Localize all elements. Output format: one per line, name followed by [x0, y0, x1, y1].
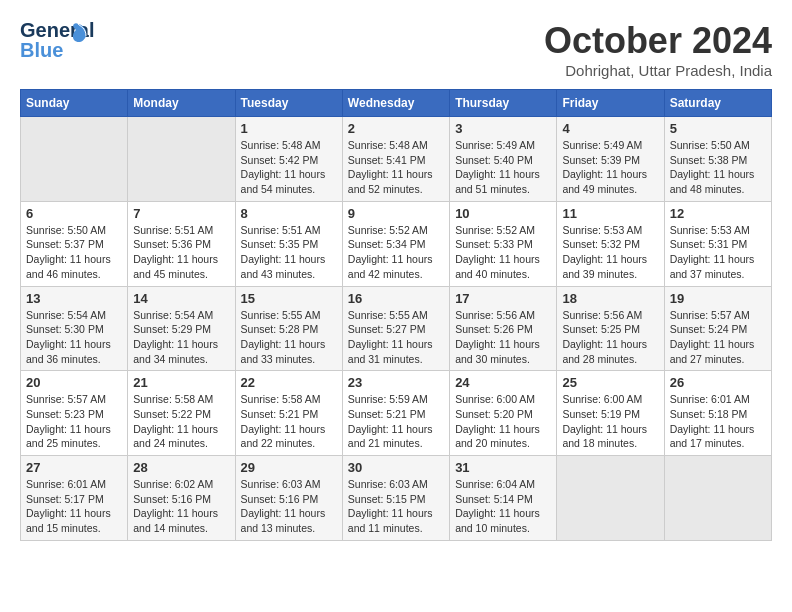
day-number: 10	[455, 206, 551, 221]
day-number: 8	[241, 206, 337, 221]
day-header-sunday: Sunday	[21, 90, 128, 117]
cell-info: Sunrise: 5:56 AM Sunset: 5:25 PM Dayligh…	[562, 308, 658, 367]
cell-info: Sunrise: 5:55 AM Sunset: 5:27 PM Dayligh…	[348, 308, 444, 367]
day-header-monday: Monday	[128, 90, 235, 117]
calendar-cell: 20Sunrise: 5:57 AM Sunset: 5:23 PM Dayli…	[21, 371, 128, 456]
calendar-cell: 11Sunrise: 5:53 AM Sunset: 5:32 PM Dayli…	[557, 201, 664, 286]
cell-info: Sunrise: 5:53 AM Sunset: 5:32 PM Dayligh…	[562, 223, 658, 282]
day-number: 22	[241, 375, 337, 390]
cell-info: Sunrise: 6:00 AM Sunset: 5:19 PM Dayligh…	[562, 392, 658, 451]
calendar-cell: 1Sunrise: 5:48 AM Sunset: 5:42 PM Daylig…	[235, 117, 342, 202]
cell-info: Sunrise: 5:52 AM Sunset: 5:33 PM Dayligh…	[455, 223, 551, 282]
cell-info: Sunrise: 5:56 AM Sunset: 5:26 PM Dayligh…	[455, 308, 551, 367]
calendar-cell: 8Sunrise: 5:51 AM Sunset: 5:35 PM Daylig…	[235, 201, 342, 286]
day-number: 5	[670, 121, 766, 136]
day-number: 9	[348, 206, 444, 221]
day-number: 19	[670, 291, 766, 306]
calendar-cell: 19Sunrise: 5:57 AM Sunset: 5:24 PM Dayli…	[664, 286, 771, 371]
calendar-cell: 7Sunrise: 5:51 AM Sunset: 5:36 PM Daylig…	[128, 201, 235, 286]
calendar-week-row: 20Sunrise: 5:57 AM Sunset: 5:23 PM Dayli…	[21, 371, 772, 456]
calendar-cell: 3Sunrise: 5:49 AM Sunset: 5:40 PM Daylig…	[450, 117, 557, 202]
calendar-cell: 24Sunrise: 6:00 AM Sunset: 5:20 PM Dayli…	[450, 371, 557, 456]
day-number: 30	[348, 460, 444, 475]
calendar-week-row: 27Sunrise: 6:01 AM Sunset: 5:17 PM Dayli…	[21, 456, 772, 541]
calendar-cell: 21Sunrise: 5:58 AM Sunset: 5:22 PM Dayli…	[128, 371, 235, 456]
day-header-wednesday: Wednesday	[342, 90, 449, 117]
calendar-cell: 9Sunrise: 5:52 AM Sunset: 5:34 PM Daylig…	[342, 201, 449, 286]
calendar-cell: 25Sunrise: 6:00 AM Sunset: 5:19 PM Dayli…	[557, 371, 664, 456]
calendar-cell: 13Sunrise: 5:54 AM Sunset: 5:30 PM Dayli…	[21, 286, 128, 371]
cell-info: Sunrise: 5:54 AM Sunset: 5:30 PM Dayligh…	[26, 308, 122, 367]
calendar-cell	[557, 456, 664, 541]
cell-info: Sunrise: 5:51 AM Sunset: 5:35 PM Dayligh…	[241, 223, 337, 282]
cell-info: Sunrise: 6:02 AM Sunset: 5:16 PM Dayligh…	[133, 477, 229, 536]
logo: General Blue	[20, 20, 68, 60]
cell-info: Sunrise: 6:01 AM Sunset: 5:18 PM Dayligh…	[670, 392, 766, 451]
calendar-cell: 31Sunrise: 6:04 AM Sunset: 5:14 PM Dayli…	[450, 456, 557, 541]
cell-info: Sunrise: 5:57 AM Sunset: 5:23 PM Dayligh…	[26, 392, 122, 451]
calendar-cell: 26Sunrise: 6:01 AM Sunset: 5:18 PM Dayli…	[664, 371, 771, 456]
day-number: 16	[348, 291, 444, 306]
title-block: October 2024 Dohrighat, Uttar Pradesh, I…	[544, 20, 772, 79]
day-number: 21	[133, 375, 229, 390]
day-number: 4	[562, 121, 658, 136]
day-number: 20	[26, 375, 122, 390]
cell-info: Sunrise: 6:03 AM Sunset: 5:15 PM Dayligh…	[348, 477, 444, 536]
day-number: 13	[26, 291, 122, 306]
day-header-tuesday: Tuesday	[235, 90, 342, 117]
day-number: 31	[455, 460, 551, 475]
calendar-cell: 15Sunrise: 5:55 AM Sunset: 5:28 PM Dayli…	[235, 286, 342, 371]
cell-info: Sunrise: 6:04 AM Sunset: 5:14 PM Dayligh…	[455, 477, 551, 536]
day-number: 24	[455, 375, 551, 390]
day-number: 7	[133, 206, 229, 221]
location-subtitle: Dohrighat, Uttar Pradesh, India	[544, 62, 772, 79]
calendar-cell	[21, 117, 128, 202]
calendar-week-row: 13Sunrise: 5:54 AM Sunset: 5:30 PM Dayli…	[21, 286, 772, 371]
calendar-cell: 12Sunrise: 5:53 AM Sunset: 5:31 PM Dayli…	[664, 201, 771, 286]
day-number: 11	[562, 206, 658, 221]
day-number: 1	[241, 121, 337, 136]
cell-info: Sunrise: 5:54 AM Sunset: 5:29 PM Dayligh…	[133, 308, 229, 367]
cell-info: Sunrise: 5:59 AM Sunset: 5:21 PM Dayligh…	[348, 392, 444, 451]
cell-info: Sunrise: 5:52 AM Sunset: 5:34 PM Dayligh…	[348, 223, 444, 282]
day-number: 12	[670, 206, 766, 221]
day-number: 29	[241, 460, 337, 475]
calendar-cell: 28Sunrise: 6:02 AM Sunset: 5:16 PM Dayli…	[128, 456, 235, 541]
day-number: 26	[670, 375, 766, 390]
calendar-table: SundayMondayTuesdayWednesdayThursdayFrid…	[20, 89, 772, 541]
cell-info: Sunrise: 5:48 AM Sunset: 5:42 PM Dayligh…	[241, 138, 337, 197]
day-number: 25	[562, 375, 658, 390]
day-header-friday: Friday	[557, 90, 664, 117]
cell-info: Sunrise: 5:49 AM Sunset: 5:39 PM Dayligh…	[562, 138, 658, 197]
cell-info: Sunrise: 6:01 AM Sunset: 5:17 PM Dayligh…	[26, 477, 122, 536]
calendar-cell: 17Sunrise: 5:56 AM Sunset: 5:26 PM Dayli…	[450, 286, 557, 371]
day-number: 3	[455, 121, 551, 136]
day-number: 27	[26, 460, 122, 475]
month-title: October 2024	[544, 20, 772, 62]
calendar-cell: 27Sunrise: 6:01 AM Sunset: 5:17 PM Dayli…	[21, 456, 128, 541]
cell-info: Sunrise: 5:48 AM Sunset: 5:41 PM Dayligh…	[348, 138, 444, 197]
day-number: 28	[133, 460, 229, 475]
day-number: 2	[348, 121, 444, 136]
day-number: 15	[241, 291, 337, 306]
cell-info: Sunrise: 5:50 AM Sunset: 5:37 PM Dayligh…	[26, 223, 122, 282]
calendar-cell: 18Sunrise: 5:56 AM Sunset: 5:25 PM Dayli…	[557, 286, 664, 371]
cell-info: Sunrise: 5:58 AM Sunset: 5:22 PM Dayligh…	[133, 392, 229, 451]
cell-info: Sunrise: 5:49 AM Sunset: 5:40 PM Dayligh…	[455, 138, 551, 197]
calendar-cell: 5Sunrise: 5:50 AM Sunset: 5:38 PM Daylig…	[664, 117, 771, 202]
calendar-cell: 16Sunrise: 5:55 AM Sunset: 5:27 PM Dayli…	[342, 286, 449, 371]
cell-info: Sunrise: 5:51 AM Sunset: 5:36 PM Dayligh…	[133, 223, 229, 282]
cell-info: Sunrise: 5:55 AM Sunset: 5:28 PM Dayligh…	[241, 308, 337, 367]
cell-info: Sunrise: 6:00 AM Sunset: 5:20 PM Dayligh…	[455, 392, 551, 451]
day-number: 17	[455, 291, 551, 306]
calendar-cell: 6Sunrise: 5:50 AM Sunset: 5:37 PM Daylig…	[21, 201, 128, 286]
cell-info: Sunrise: 5:53 AM Sunset: 5:31 PM Dayligh…	[670, 223, 766, 282]
calendar-week-row: 6Sunrise: 5:50 AM Sunset: 5:37 PM Daylig…	[21, 201, 772, 286]
cell-info: Sunrise: 5:58 AM Sunset: 5:21 PM Dayligh…	[241, 392, 337, 451]
cell-info: Sunrise: 6:03 AM Sunset: 5:16 PM Dayligh…	[241, 477, 337, 536]
calendar-cell: 22Sunrise: 5:58 AM Sunset: 5:21 PM Dayli…	[235, 371, 342, 456]
calendar-cell: 23Sunrise: 5:59 AM Sunset: 5:21 PM Dayli…	[342, 371, 449, 456]
day-header-thursday: Thursday	[450, 90, 557, 117]
calendar-cell	[664, 456, 771, 541]
day-number: 6	[26, 206, 122, 221]
